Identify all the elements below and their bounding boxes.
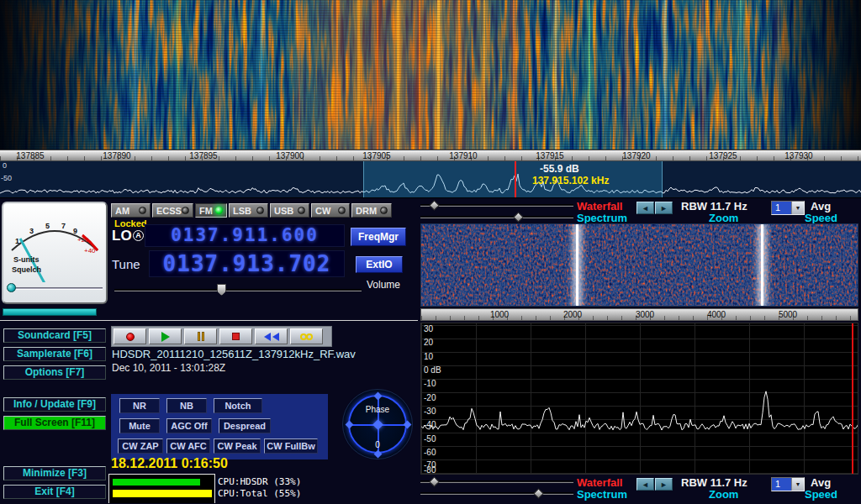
agc-button[interactable]: AGC Off — [166, 418, 212, 433]
volume-slider-track[interactable] — [114, 289, 362, 291]
s-meter: 1 3 5 7 9 +20 +40 S-units Squelch — [2, 202, 108, 304]
mode-label: ECSS — [156, 206, 182, 216]
audio-carrier-line — [761, 224, 763, 306]
waterfall-brightness-thumb[interactable] — [429, 200, 440, 211]
avg-label: Avg — [811, 200, 831, 213]
nr-button[interactable]: NR — [119, 398, 160, 413]
audio-spectrum-display[interactable]: 30 20 10 0 dB -10 -20 -30 -40 -50 -60 -7… — [420, 323, 858, 475]
signal-level-bar — [3, 308, 97, 316]
play-button[interactable] — [149, 328, 182, 344]
phase-scope: Phase 0 — [342, 389, 413, 459]
avg-label-2: Avg — [811, 476, 831, 489]
spectrum-gain-track[interactable] — [420, 216, 573, 218]
mode-label: AM — [115, 206, 129, 216]
pause-button[interactable] — [184, 328, 217, 344]
waterfall-brightness-thumb-2[interactable] — [429, 476, 440, 487]
cw-fullbw-button[interactable]: CW FullBw — [264, 438, 318, 454]
audio-waterfall-display[interactable] — [420, 223, 858, 307]
tune-frequency-display[interactable]: 0137.913.702 — [149, 250, 345, 277]
shift-left-button[interactable]: ◄ — [637, 202, 654, 214]
spectrum-gain-track-2[interactable] — [420, 492, 573, 495]
audio-spectrum-trace — [421, 323, 858, 475]
zoom-label: Zoom — [709, 212, 738, 224]
shift-right-button-2[interactable]: ► — [655, 478, 673, 491]
dropdown-arrow-icon[interactable]: ▼ — [791, 202, 804, 214]
exit-button[interactable]: Exit [F4] — [3, 485, 106, 499]
mode-fm[interactable]: FM — [195, 203, 227, 218]
mode-am[interactable]: AM — [111, 203, 151, 218]
scale-label: 3000 — [636, 310, 654, 319]
cw-zap-button[interactable]: CW ZAP — [118, 438, 163, 454]
audio-frequency-scale[interactable]: 1000 2000 3000 4000 5000 — [420, 308, 858, 321]
cw-afc-button[interactable]: CW AFC — [166, 438, 210, 454]
samplerate-button[interactable]: Samplerate [F6] — [3, 347, 106, 361]
mode-usb[interactable]: USB — [270, 203, 309, 218]
mute-button[interactable]: Mute — [119, 418, 160, 433]
shift-left-button-2[interactable]: ◄ — [637, 478, 654, 491]
ruler-label: 137920 — [622, 151, 650, 160]
mode-drm[interactable]: DRM — [351, 203, 392, 218]
record-button[interactable] — [114, 328, 146, 344]
extio-button[interactable]: ExtIO — [356, 256, 403, 273]
pause-icon — [202, 332, 204, 341]
wav-filename: HDSDR_20111210_125611Z_137912kHz_RF.wav — [112, 348, 356, 360]
s-tick: 9 — [73, 227, 77, 235]
stop-icon — [232, 333, 240, 340]
s-tick-plus20: +20 — [77, 236, 89, 244]
despread-button[interactable]: Despread — [219, 418, 271, 433]
lo-frequency-display[interactable]: 0137.911.600 — [145, 224, 345, 247]
mode-button-row: AM ECSS FM LSB USB CW DRM — [111, 203, 392, 218]
zoom-selection-band[interactable] — [363, 161, 663, 198]
frequency-ruler[interactable]: 137885 137890 137895 137900 137905 13791… — [0, 150, 861, 161]
options-button[interactable]: Options [F7] — [3, 365, 106, 380]
waterfall-brightness-track[interactable] — [420, 204, 573, 207]
mode-lsb[interactable]: LSB — [229, 203, 268, 218]
ruler-label: 137925 — [709, 151, 737, 160]
scale-label: 4000 — [707, 310, 726, 319]
cursor-freq-readout: 137.915.102 kHz — [532, 175, 609, 186]
mode-label: DRM — [356, 206, 377, 216]
rf-waterfall-display[interactable] — [0, 0, 861, 150]
nb-button[interactable]: NB — [166, 398, 207, 413]
speed-label-2: Speed — [805, 488, 837, 501]
ruler-label: 137895 — [189, 151, 217, 160]
fullscreen-button[interactable]: Full Screen [F11] — [3, 416, 106, 430]
lo-auto-badge[interactable]: A — [133, 230, 144, 241]
volume-label: Volume — [367, 279, 400, 291]
squelch-slider-thumb[interactable] — [7, 283, 16, 292]
mode-label: FM — [199, 206, 213, 216]
mode-cw[interactable]: CW — [311, 203, 350, 218]
avg-combobox-2[interactable]: 1 ▼ — [771, 477, 805, 491]
db-scale-label: -10 — [424, 380, 436, 388]
notch-button[interactable]: Notch — [214, 398, 262, 413]
cpu-total-bar — [113, 490, 212, 497]
avg-combobox[interactable]: 1 ▼ — [771, 201, 805, 215]
cw-peak-button[interactable]: CW Peak — [214, 438, 261, 454]
waterfall-brightness-track-2[interactable] — [420, 480, 573, 483]
soundcard-button[interactable]: Soundcard [F5] — [3, 328, 106, 343]
minimize-button[interactable]: Minimize [F3] — [3, 466, 106, 480]
shift-right-button[interactable]: ► — [655, 202, 673, 214]
volume-slider-thumb[interactable] — [217, 284, 226, 296]
spectrum-gain-thumb[interactable] — [513, 212, 524, 223]
db-scale-label: -40 — [424, 421, 436, 429]
spectrum-gain-thumb-2[interactable] — [533, 488, 544, 499]
info-update-button[interactable]: Info / Update [F9] — [3, 397, 106, 412]
squelch-slider-track[interactable] — [8, 287, 103, 290]
tune-cursor-line — [515, 161, 516, 198]
dropdown-arrow-icon[interactable]: ▼ — [791, 478, 804, 491]
mode-ecss[interactable]: ECSS — [152, 203, 193, 218]
loop-button[interactable] — [290, 328, 323, 344]
freqmgr-button[interactable]: FreqMgr — [351, 228, 406, 246]
scale-label: 1000 — [490, 310, 509, 319]
rewind-button[interactable] — [255, 328, 288, 344]
stop-button[interactable] — [219, 328, 252, 344]
waterfall-shift-control: ◄ ► — [637, 202, 673, 214]
knob-icon — [139, 207, 146, 214]
hdsdr-window: 137885 137890 137895 137900 137905 13791… — [0, 0, 861, 504]
s-tick: 3 — [29, 227, 34, 235]
spectrum-overview[interactable]: 0 -50 -55.9 dB 137.915.102 kHz — [0, 161, 861, 198]
db-scale-label: -20 — [424, 394, 436, 402]
ruler-label: 137885 — [16, 151, 44, 160]
loop-icon — [306, 333, 313, 340]
